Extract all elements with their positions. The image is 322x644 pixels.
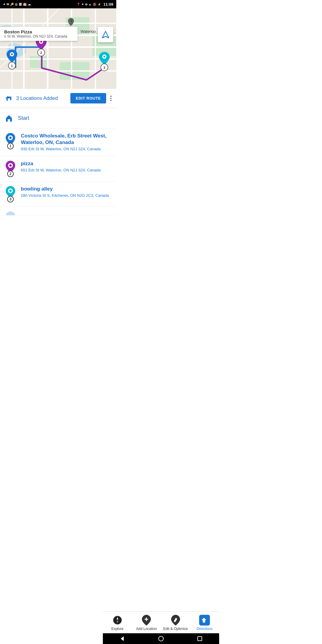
status-time: 11:09 <box>103 2 113 7</box>
edit-route-button[interactable]: EDIT ROUTE <box>70 93 106 103</box>
item-address-1: 930 Erb St W, Waterloo, ON N2J 3Z4, Cana… <box>21 147 112 152</box>
svg-text:2: 2 <box>40 51 42 55</box>
pin-wrapper-4 <box>4 211 17 216</box>
location-count: 3 Locations Added <box>16 95 67 101</box>
home-icon <box>4 113 14 123</box>
more-dot-1 <box>110 96 112 97</box>
status-bar-right: 📍 ✦ ⊖ ▲ 📵 ⚡ 11:09 <box>77 2 113 7</box>
svg-text:3: 3 <box>103 66 105 69</box>
svg-point-17 <box>11 53 13 55</box>
pin-wrapper-3: 3 <box>4 186 17 202</box>
svg-point-21 <box>40 41 42 43</box>
svg-point-33 <box>9 137 12 139</box>
item-name-3: bowling alley <box>21 186 112 192</box>
item-name-2: pizza <box>21 160 112 167</box>
navigation-button[interactable] <box>98 27 113 42</box>
pin-wrapper-1: 1 <box>4 133 17 149</box>
place-name: Boston Pizza <box>4 29 73 34</box>
map-info-card: Boston Pizza o St W, Waterloo, ON N2J 3Z… <box>0 27 78 41</box>
route-item-1[interactable]: 1 Costco Wholesale, Erb Street West,Wate… <box>0 129 116 156</box>
route-item-3[interactable]: 3 bowling alley 280 Victoria St S, Kitch… <box>0 182 116 207</box>
place-address: o St W, Waterloo, ON N2J 3Z4, Canada <box>4 34 73 38</box>
svg-rect-3 <box>30 56 48 68</box>
pin-number-1: 1 <box>7 143 14 149</box>
svg-point-25 <box>103 56 105 58</box>
pin-wrapper-2: 2 <box>4 160 17 177</box>
item-info-1: Costco Wholesale, Erb Street West,Waterl… <box>21 133 112 152</box>
status-bar-left: ✦ ✉ 🔑 ◎ 🖼 📅 ☁ <box>3 3 31 6</box>
more-dot-3 <box>110 100 112 101</box>
more-dot-2 <box>110 98 112 99</box>
pin-number-3: 3 <box>7 196 14 202</box>
item-address-3: 280 Victoria St S, Kitchener, ON N2G 2C3… <box>21 193 112 198</box>
route-start: Start <box>0 108 116 129</box>
bottom-spacer <box>0 216 116 251</box>
pin-svg-4 <box>6 211 15 216</box>
home-svg <box>4 113 14 123</box>
svg-text:1: 1 <box>11 64 13 68</box>
svg-text:Waterloo: Waterloo <box>80 29 96 34</box>
route-item-4-partial <box>0 207 116 216</box>
svg-point-35 <box>9 164 12 167</box>
item-info-2: pizza 651 Erb St W, Waterloo, ON N2J 3Z4… <box>21 160 112 173</box>
locations-bar: 3 Locations Added EDIT ROUTE <box>0 89 116 108</box>
map-svg: 1 2 3 Waterloo 🎓 <box>0 8 116 89</box>
item-address-2: 651 Erb St W, Waterloo, ON N2J 3Z4, Cana… <box>21 168 112 173</box>
navigation-icon <box>101 30 110 39</box>
svg-text:🎓: 🎓 <box>69 19 73 23</box>
item-name-1: Costco Wholesale, Erb Street West,Waterl… <box>21 133 112 146</box>
map-area[interactable]: 1 2 3 Waterloo 🎓 Boston Pi <box>0 8 116 89</box>
pin-icon-4 <box>5 211 16 216</box>
directions-icon <box>4 94 13 103</box>
route-list: Start 1 Costco Wholesale, Erb Street Wes… <box>0 108 116 216</box>
start-label: Start <box>18 115 29 121</box>
more-options-button[interactable] <box>109 96 113 101</box>
item-info-3: bowling alley 280 Victoria St S, Kitchen… <box>21 186 112 198</box>
route-icon <box>4 94 13 103</box>
route-item-2[interactable]: 2 pizza 651 Erb St W, Waterloo, ON N2J 3… <box>0 156 116 182</box>
svg-point-37 <box>9 190 12 192</box>
status-bar: ✦ ✉ 🔑 ◎ 🖼 📅 ☁ 📍 ✦ ⊖ ▲ 📵 ⚡ 11:09 <box>0 0 116 8</box>
pin-number-2: 2 <box>7 171 14 177</box>
